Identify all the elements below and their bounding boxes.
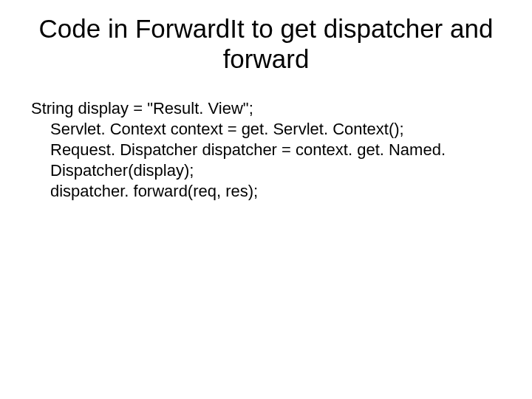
code-line-1: String display = "Result. View"; — [31, 98, 511, 119]
slide-body: String display = "Result. View"; Servlet… — [21, 98, 511, 202]
slide-title: Code in ForwardIt to get dispatcher and … — [21, 13, 511, 75]
slide: Code in ForwardIt to get dispatcher and … — [0, 0, 532, 399]
code-line-2: Servlet. Context context = get. Servlet.… — [31, 119, 511, 140]
code-line-3: Request. Dispatcher dispatcher = context… — [31, 140, 511, 181]
code-line-4: dispatcher. forward(req, res); — [31, 181, 511, 202]
